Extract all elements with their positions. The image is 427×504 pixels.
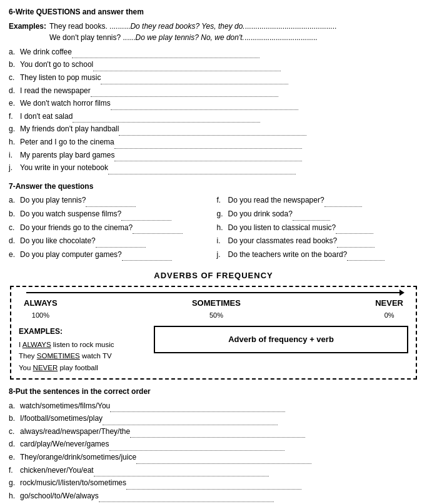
section6-item: d. I read the newspaper bbox=[9, 85, 418, 98]
item-label: j. bbox=[9, 162, 20, 174]
item-label: c. bbox=[9, 426, 20, 438]
item-text: Do you drink soda? bbox=[228, 208, 419, 221]
section7-item-right: h. Do you listen to classical music? bbox=[217, 222, 419, 234]
item-label: e. bbox=[9, 249, 20, 261]
section-7-title: 7-Answer the questions bbox=[9, 181, 418, 193]
example1-dots: ........................................… bbox=[245, 21, 337, 33]
section6-item: i. My parents play bard games bbox=[9, 149, 418, 162]
item-text: They/orange/drink/sometimes/juice bbox=[20, 451, 418, 464]
item-text: always/read/newspaper/They/the bbox=[20, 426, 418, 438]
sometimes-pct: 50% bbox=[192, 310, 241, 321]
item-text: Do you read the newspaper? bbox=[228, 194, 419, 207]
item-text: I don't eat salad bbox=[20, 111, 418, 123]
item-label: b. bbox=[9, 413, 20, 425]
item-label: g. bbox=[9, 123, 20, 135]
item-label: d. bbox=[9, 235, 20, 247]
adverbs-ex1-word: ALWAYS bbox=[23, 341, 51, 348]
section8-item: g. rock/music/I/listen/to/sometimes bbox=[9, 477, 418, 490]
section-8-title: 8-Put the sentences in the correct order bbox=[9, 386, 418, 398]
item-label: i. bbox=[217, 235, 228, 247]
item-text: Peter and I go to the cinema bbox=[20, 136, 418, 149]
item-text: I/football/sometimes/play bbox=[20, 413, 418, 425]
adverbs-ex3-post: play football bbox=[58, 364, 98, 371]
item-label: b. bbox=[9, 208, 20, 220]
item-label: c. bbox=[9, 72, 20, 84]
adverbs-ex3: You NEVER play football bbox=[19, 362, 144, 373]
section-7: 7-Answer the questions (function(){ cons… bbox=[9, 181, 418, 263]
section6-item: f. I don't eat salad bbox=[9, 111, 418, 123]
adverbs-ex2-post: watch TV bbox=[80, 352, 112, 360]
section7-left: (function(){ const data = JSON.parse(doc… bbox=[9, 194, 211, 262]
section7-item-right: f. Do you read the newspaper? bbox=[217, 194, 419, 207]
always-item: ALWAYS 100% bbox=[24, 297, 58, 320]
section6-item: e. We don't watch horror films bbox=[9, 98, 418, 110]
adverb-verb-box: Adverb of frequency + verb bbox=[154, 326, 408, 353]
item-label: g. bbox=[217, 208, 228, 220]
item-label: b. bbox=[9, 59, 20, 71]
adverbs-examples-row: EXAMPLES: I ALWAYS listen to rock music … bbox=[19, 326, 408, 373]
section7-item-right: i. Do your classmates read books? bbox=[217, 235, 419, 248]
section6-item: j. You write in your notebook bbox=[9, 162, 418, 174]
item-text: You don't go to school bbox=[20, 59, 418, 71]
example2-italic: Do we play tennis? No, we don't. bbox=[135, 32, 244, 44]
section-6: 6-Write QUESTIONS and answer them Exampl… bbox=[9, 6, 418, 174]
item-text: rock/music/I/listen/to/sometimes bbox=[20, 477, 418, 490]
item-label: c. bbox=[9, 222, 20, 234]
adverbs-ex1: I ALWAYS listen to rock music bbox=[19, 339, 144, 350]
section6-item: g. My friends don't play handball bbox=[9, 123, 418, 136]
item-label: a. bbox=[9, 400, 20, 412]
item-text: They listen to pop music bbox=[20, 72, 418, 84]
section7-items: (function(){ const data = JSON.parse(doc… bbox=[9, 194, 418, 262]
frequency-labels: ALWAYS 100% SOMETIMES 50% NEVER 0% bbox=[19, 297, 408, 320]
item-text: Do you play computer games? bbox=[20, 249, 211, 261]
section8-item: d. card/play/We/never/games bbox=[9, 438, 418, 451]
always-label: ALWAYS bbox=[24, 297, 58, 310]
item-text: My friends don't play handball bbox=[20, 123, 418, 136]
item-text: Do the teachers write on the board? bbox=[228, 249, 419, 261]
item-text: go/school/to/We/always bbox=[20, 490, 418, 503]
item-label: f. bbox=[9, 111, 20, 123]
item-text: We drink coffee bbox=[20, 46, 418, 59]
item-text: Do you watch suspense films? bbox=[20, 208, 211, 221]
section6-item: b. You don't go to school bbox=[9, 59, 418, 71]
item-label: d. bbox=[9, 438, 20, 450]
item-label: f. bbox=[9, 465, 20, 476]
section7-item-left: d. Do you like chocolate? bbox=[9, 235, 211, 248]
item-text: Do your classmates read books? bbox=[228, 235, 419, 248]
section-8: 8-Put the sentences in the correct order… bbox=[9, 386, 418, 502]
section7-right: (function(){ const data = JSON.parse(doc… bbox=[217, 194, 419, 262]
example1-normal: They read books. .......... bbox=[49, 21, 130, 33]
item-text: My parents play bard games bbox=[20, 149, 418, 162]
item-label: e. bbox=[9, 98, 20, 109]
section7-item-left: e. Do you play computer games? bbox=[9, 249, 211, 261]
never-pct: 0% bbox=[375, 310, 403, 321]
item-text: You write in your notebook bbox=[20, 162, 418, 174]
item-text: Do you play tennis? bbox=[20, 194, 211, 207]
item-text: chicken/never/You/eat bbox=[20, 465, 418, 477]
sometimes-label: SOMETIMES bbox=[192, 297, 241, 310]
section7-item-right: j. Do the teachers write on the board? bbox=[217, 249, 419, 261]
item-label: h. bbox=[9, 136, 20, 148]
item-label: a. bbox=[9, 194, 20, 206]
section6-items: (function(){ const data = JSON.parse(doc… bbox=[9, 46, 418, 174]
adverbs-box: ALWAYS 100% SOMETIMES 50% NEVER 0% EXAMP… bbox=[10, 286, 417, 380]
section8-item: f. chicken/never/You/eat bbox=[9, 465, 418, 477]
adverbs-ex1-post: listen to rock music bbox=[51, 341, 114, 348]
item-label: e. bbox=[9, 451, 20, 463]
section-6-title: 6-Write QUESTIONS and answer them bbox=[9, 6, 418, 18]
example2-normal: We don't play tennis? ...... bbox=[49, 32, 135, 44]
section6-item: h. Peter and I go to the cinema bbox=[9, 136, 418, 149]
example2-dots: ................................... bbox=[244, 32, 318, 44]
section7-item-right: g. Do you drink soda? bbox=[217, 208, 419, 221]
arrow-row bbox=[19, 292, 408, 293]
section6-item: c. They listen to pop music bbox=[9, 72, 418, 84]
examples-label: Examples: bbox=[9, 21, 49, 33]
section8-items: (function(){ const data = JSON.parse(doc… bbox=[9, 400, 418, 503]
section7-item-left: c. Do your friends go to the cinema? bbox=[9, 222, 211, 234]
section8-item: h. go/school/to/We/always bbox=[9, 490, 418, 503]
sometimes-item: SOMETIMES 50% bbox=[192, 297, 241, 320]
adverbs-section: ADVERBS OF FREQUENCY ALWAYS 100% SOMETIM… bbox=[9, 270, 418, 380]
frequency-arrow bbox=[26, 292, 401, 293]
adverbs-examples-left: EXAMPLES: I ALWAYS listen to rock music … bbox=[19, 326, 144, 373]
item-text: Do your friends go to the cinema? bbox=[20, 222, 211, 234]
